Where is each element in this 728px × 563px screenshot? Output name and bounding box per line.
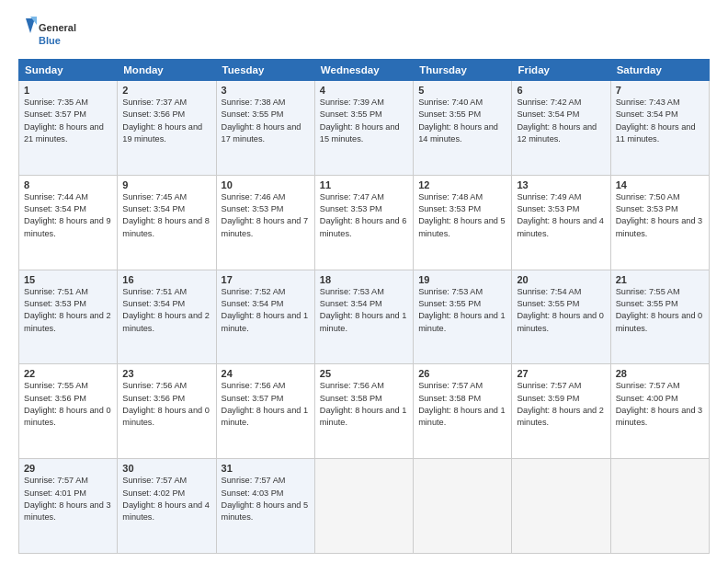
day-cell: 1 Sunrise: 7:35 AM Sunset: 3:57 PM Dayli… (19, 81, 118, 176)
sunrise: Sunrise: 7:57 AM (222, 476, 286, 485)
day-cell: 21 Sunrise: 7:55 AM Sunset: 3:55 PM Dayl… (610, 270, 709, 364)
sunrise: Sunrise: 7:50 AM (616, 192, 680, 201)
sunset: Sunset: 4:03 PM (222, 488, 284, 498)
day-number: 3 (222, 85, 310, 96)
day-info: Sunrise: 7:45 AM Sunset: 3:54 PM Dayligh… (122, 191, 210, 240)
day-number: 31 (222, 463, 310, 474)
daylight: Daylight: 8 hours and 0 minutes. (616, 311, 703, 332)
day-info: Sunrise: 7:52 AM Sunset: 3:54 PM Dayligh… (222, 286, 310, 335)
sunrise: Sunrise: 7:53 AM (418, 287, 483, 296)
sunrise: Sunrise: 7:52 AM (222, 287, 286, 296)
day-number: 25 (320, 368, 408, 379)
sunset: Sunset: 3:57 PM (222, 394, 284, 403)
sunrise: Sunrise: 7:56 AM (222, 381, 286, 390)
day-cell: 25 Sunrise: 7:56 AM Sunset: 3:58 PM Dayl… (314, 364, 413, 459)
day-cell: 23 Sunrise: 7:56 AM Sunset: 3:56 PM Dayl… (118, 364, 216, 459)
sunrise: Sunrise: 7:44 AM (24, 192, 88, 201)
day-info: Sunrise: 7:46 AM Sunset: 3:53 PM Dayligh… (222, 191, 310, 240)
day-number: 29 (24, 463, 112, 474)
day-cell: 14 Sunrise: 7:50 AM Sunset: 3:53 PM Dayl… (610, 175, 709, 270)
day-number: 15 (24, 274, 112, 285)
day-cell: 24 Sunrise: 7:56 AM Sunset: 3:57 PM Dayl… (216, 364, 314, 459)
day-cell: 2 Sunrise: 7:37 AM Sunset: 3:56 PM Dayli… (118, 81, 216, 176)
daylight: Daylight: 8 hours and 2 minutes. (517, 406, 604, 427)
sunset: Sunset: 3:54 PM (222, 299, 284, 308)
sunrise: Sunrise: 7:57 AM (122, 476, 187, 485)
sunset: Sunset: 3:57 PM (24, 109, 86, 119)
day-info: Sunrise: 7:49 AM Sunset: 3:53 PM Dayligh… (517, 191, 605, 240)
daylight: Daylight: 8 hours and 4 minutes. (122, 500, 210, 522)
daylight: Daylight: 8 hours and 7 minutes. (222, 216, 309, 237)
day-info: Sunrise: 7:57 AM Sunset: 4:01 PM Dayligh… (24, 475, 112, 523)
day-info: Sunrise: 7:39 AM Sunset: 3:55 PM Dayligh… (320, 97, 408, 145)
day-info: Sunrise: 7:40 AM Sunset: 3:55 PM Dayligh… (418, 97, 506, 145)
day-number: 24 (222, 368, 310, 379)
day-number: 8 (24, 179, 112, 190)
sunrise: Sunrise: 7:53 AM (320, 287, 384, 296)
sunrise: Sunrise: 7:57 AM (517, 381, 581, 390)
day-number: 17 (222, 274, 310, 285)
col-header-wednesday: Wednesday (314, 60, 413, 81)
day-cell: 16 Sunrise: 7:51 AM Sunset: 3:54 PM Dayl… (118, 270, 216, 364)
day-number: 7 (616, 85, 704, 96)
sunrise: Sunrise: 7:47 AM (320, 192, 384, 201)
day-number: 9 (122, 179, 210, 190)
daylight: Daylight: 8 hours and 21 minutes. (24, 122, 104, 144)
sunrise: Sunrise: 7:48 AM (418, 192, 483, 201)
day-cell: 11 Sunrise: 7:47 AM Sunset: 3:53 PM Dayl… (314, 175, 413, 270)
day-number: 18 (320, 274, 408, 285)
day-number: 26 (418, 368, 506, 379)
sunrise: Sunrise: 7:57 AM (418, 381, 483, 390)
day-info: Sunrise: 7:38 AM Sunset: 3:55 PM Dayligh… (222, 97, 310, 145)
day-info: Sunrise: 7:50 AM Sunset: 3:53 PM Dayligh… (616, 191, 704, 240)
day-number: 21 (616, 274, 704, 285)
day-number: 22 (24, 368, 112, 379)
day-number: 20 (517, 274, 605, 285)
daylight: Daylight: 8 hours and 11 minutes. (616, 122, 696, 144)
header: General Blue (18, 17, 710, 52)
day-cell: 8 Sunrise: 7:44 AM Sunset: 3:54 PM Dayli… (19, 175, 118, 270)
sunrise: Sunrise: 7:54 AM (517, 287, 581, 296)
col-header-sunday: Sunday (19, 60, 118, 81)
day-cell: 9 Sunrise: 7:45 AM Sunset: 3:54 PM Dayli… (118, 175, 216, 270)
sunset: Sunset: 3:56 PM (24, 394, 86, 403)
col-header-thursday: Thursday (414, 60, 512, 81)
day-info: Sunrise: 7:37 AM Sunset: 3:56 PM Dayligh… (122, 97, 210, 145)
day-cell: 10 Sunrise: 7:46 AM Sunset: 3:53 PM Dayl… (216, 175, 314, 270)
day-cell: 28 Sunrise: 7:57 AM Sunset: 4:00 PM Dayl… (610, 364, 709, 459)
day-info: Sunrise: 7:53 AM Sunset: 3:54 PM Dayligh… (320, 286, 408, 335)
week-row-4: 22 Sunrise: 7:55 AM Sunset: 3:56 PM Dayl… (19, 364, 710, 459)
day-cell: 31 Sunrise: 7:57 AM Sunset: 4:03 PM Dayl… (216, 459, 314, 554)
sunset: Sunset: 3:55 PM (616, 299, 678, 308)
daylight: Daylight: 8 hours and 17 minutes. (222, 122, 301, 144)
day-cell: 26 Sunrise: 7:57 AM Sunset: 3:58 PM Dayl… (414, 364, 512, 459)
sunset: Sunset: 3:54 PM (616, 109, 678, 119)
daylight: Daylight: 8 hours and 1 minute. (418, 406, 506, 427)
day-cell: 15 Sunrise: 7:51 AM Sunset: 3:53 PM Dayl… (19, 270, 118, 364)
day-cell: 12 Sunrise: 7:48 AM Sunset: 3:53 PM Dayl… (414, 175, 512, 270)
day-number: 1 (24, 85, 112, 96)
sunrise: Sunrise: 7:51 AM (122, 287, 187, 296)
daylight: Daylight: 8 hours and 0 minutes. (517, 311, 604, 332)
sunset: Sunset: 3:53 PM (418, 204, 481, 213)
sunset: Sunset: 3:55 PM (222, 109, 284, 119)
sunset: Sunset: 3:54 PM (24, 204, 86, 213)
day-info: Sunrise: 7:47 AM Sunset: 3:53 PM Dayligh… (320, 191, 408, 240)
col-header-tuesday: Tuesday (216, 60, 314, 81)
day-cell: 19 Sunrise: 7:53 AM Sunset: 3:55 PM Dayl… (414, 270, 512, 364)
sunrise: Sunrise: 7:56 AM (320, 381, 384, 390)
page: General Blue SundayMondayTuesdayWednesda… (0, 0, 728, 563)
sunset: Sunset: 3:56 PM (122, 394, 185, 403)
day-number: 10 (222, 179, 310, 190)
logo-svg: General Blue (18, 17, 83, 52)
daylight: Daylight: 8 hours and 3 minutes. (24, 500, 111, 522)
day-cell: 13 Sunrise: 7:49 AM Sunset: 3:53 PM Dayl… (512, 175, 610, 270)
col-header-monday: Monday (118, 60, 216, 81)
sunset: Sunset: 3:54 PM (320, 299, 382, 308)
sunset: Sunset: 3:55 PM (418, 109, 481, 119)
sunset: Sunset: 3:58 PM (320, 394, 382, 403)
day-cell: 4 Sunrise: 7:39 AM Sunset: 3:55 PM Dayli… (314, 81, 413, 176)
daylight: Daylight: 8 hours and 1 minute. (418, 311, 506, 332)
sunset: Sunset: 4:00 PM (616, 394, 678, 403)
day-cell: 30 Sunrise: 7:57 AM Sunset: 4:02 PM Dayl… (118, 459, 216, 554)
